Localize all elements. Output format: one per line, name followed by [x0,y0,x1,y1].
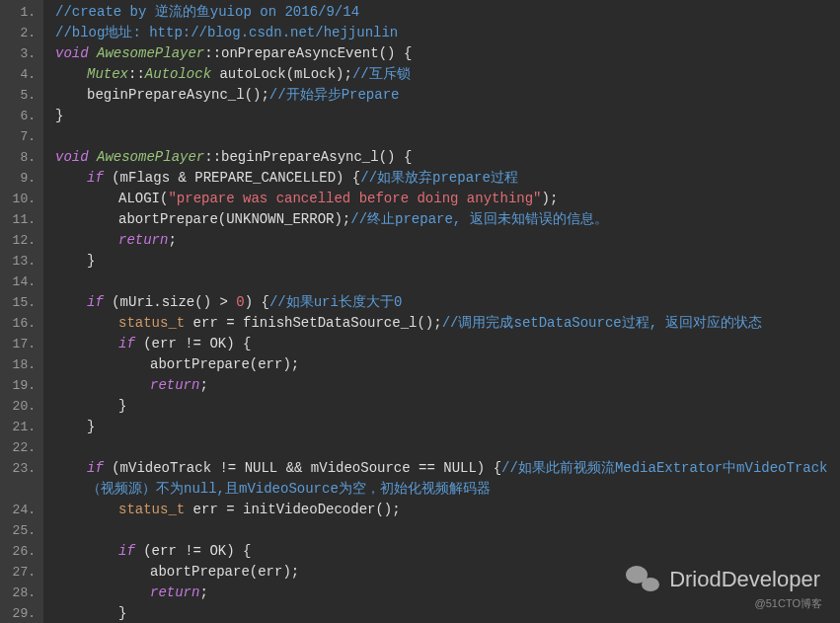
code-line [55,437,840,458]
ln: 26. [4,541,36,562]
code-line: if (err != OK) { [55,541,840,562]
ln: 15. [4,292,36,313]
ln: 27. [4,562,36,583]
code-line: if (mUri.size() > 0) {//如果uri长度大于0 [55,292,840,313]
ln: 6. [4,106,36,126]
ln: 1. [4,2,36,23]
code-line [55,126,840,147]
ln: 21. [4,417,36,437]
code-container: 1. 2. 3. 4. 5. 6. 7. 8. 9. 10. 11. 12. 1… [0,0,840,623]
code-line: } [55,417,840,437]
line-numbers: 1. 2. 3. 4. 5. 6. 7. 8. 9. 10. 11. 12. 1… [0,0,43,623]
ln: 2. [4,23,36,43]
code-line [55,272,840,292]
code-line: } [55,251,840,272]
ln: 4. [4,64,36,85]
code-line: if (err != OK) { [55,334,840,354]
ln: 11. [4,209,36,230]
ln: 16. [4,313,36,334]
ln: 22. [4,437,36,458]
ln: 24. [4,500,36,520]
watermark-main: DriodDeveloper [626,566,820,593]
ln: 8. [4,147,36,168]
ln: 19. [4,375,36,396]
ln: 17. [4,334,36,354]
ln: 20. [4,396,36,417]
wechat-icon [626,566,659,593]
code-line: abortPrepare(err); [55,354,840,375]
code-line: } [55,603,840,623]
ln: 9. [4,168,36,189]
code-line: } [55,106,840,126]
code-line: return; [55,230,840,251]
ln: 3. [4,43,36,64]
ln: 5. [4,85,36,106]
code-line: abortPrepare(UNKNOWN_ERROR);//终止prepare,… [55,209,840,230]
code-line: ALOGI("prepare was cancelled before doin… [55,189,840,209]
code-line: } [55,396,840,417]
ln: 12. [4,230,36,251]
code-line: status_t err = finishSetDataSource_l();/… [55,313,840,334]
code-line: beginPrepareAsync_l();//开始异步Prepare [55,85,840,106]
ln: 13. [4,251,36,272]
ln: 23. [4,458,36,479]
code-line: Mutex::Autolock autoLock(mLock);//互斥锁 [55,64,840,85]
code-line: status_t err = initVideoDecoder(); [55,500,840,520]
code-line: return; [55,375,840,396]
watermark-sub: @51CTO博客 [755,596,822,611]
ln: 28. [4,583,36,603]
code-line [55,520,840,541]
ln: 10. [4,189,36,209]
watermark-text: DriodDeveloper [669,567,820,592]
ln: 29. [4,603,36,623]
code-line: //blog地址: http://blog.csdn.net/hejjunlin [55,23,840,43]
code-line: void AwesomePlayer::onPrepareAsyncEvent(… [55,43,840,64]
ln: 7. [4,126,36,147]
ln: 18. [4,354,36,375]
code-line: //create by 逆流的鱼yuiop on 2016/9/14 [55,2,840,23]
code-line: if (mVideoTrack != NULL && mVideoSource … [55,458,840,500]
code-body[interactable]: //create by 逆流的鱼yuiop on 2016/9/14 //blo… [43,0,840,623]
code-line: if (mFlags & PREPARE_CANCELLED) {//如果放弃p… [55,168,840,189]
ln: 25. [4,520,36,541]
ln: 14. [4,272,36,292]
code-line: void AwesomePlayer::beginPrepareAsync_l(… [55,147,840,168]
